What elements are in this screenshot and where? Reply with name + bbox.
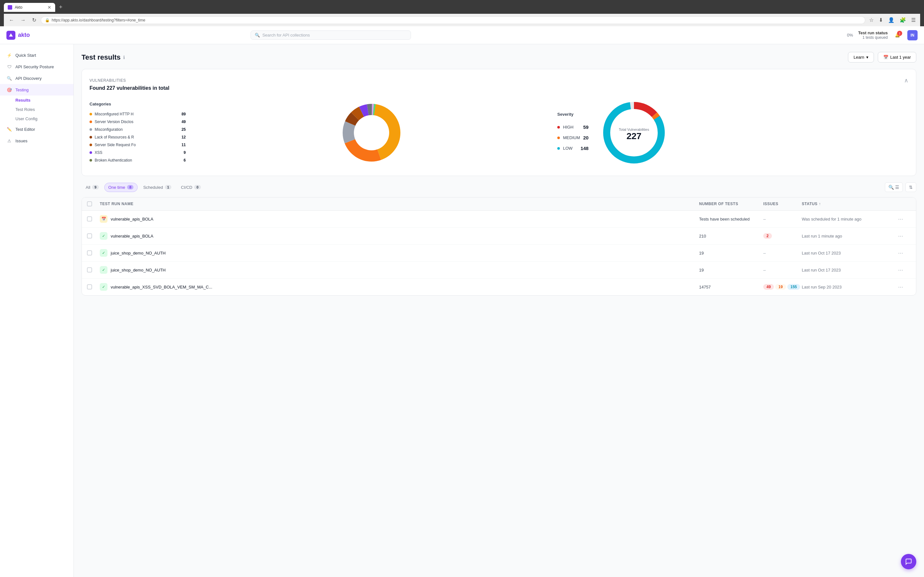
extensions-btn[interactable]: 🧩 (898, 16, 907, 24)
sidebar-item-test-editor[interactable]: ✏️ Test Editor (0, 123, 73, 135)
run-name-2: ✓ vulnerable_apis_BOLA (100, 232, 699, 240)
tab-one-time[interactable]: One time 8 (104, 183, 138, 192)
run-name-text-3: juice_shop_demo_NO_AUTH (111, 251, 166, 255)
category-dot (89, 136, 92, 139)
issue-dash-4: – (763, 268, 766, 272)
tab-favicon (8, 5, 12, 10)
sidebar-item-quick-start[interactable]: ⚡ Quick Start (0, 49, 73, 61)
row-menu-btn-1[interactable]: ⋯ (898, 216, 903, 222)
filter-tabs: All 9 One time 8 Scheduled 1 CI/CD 0 🔍 ☰… (81, 182, 916, 192)
issues-1: – (763, 216, 802, 221)
row-select-5[interactable] (87, 284, 92, 290)
top-bar: akto 🔍 Search for API collections 0% Tes… (0, 26, 924, 44)
sidebar-sub-item-user-config[interactable]: User Config (0, 114, 73, 123)
test-count-3: 19 (699, 251, 763, 255)
row-menu-btn-5[interactable]: ⋯ (898, 284, 903, 290)
learn-chevron-icon: ▾ (866, 55, 869, 60)
notification-btn[interactable]: 🔔 1 (893, 31, 902, 39)
category-item: Server Side Request Fo 11 (89, 141, 186, 149)
main-content: Test results ℹ Learn ▾ 📅 Last 1 year Vul… (74, 44, 924, 577)
select-all-checkbox[interactable] (87, 201, 92, 206)
forward-btn[interactable]: → (19, 16, 27, 24)
browser-tab-active[interactable]: Akto ✕ (4, 3, 55, 12)
sidebar-item-issues[interactable]: ⚠ Issues (0, 135, 73, 147)
severity-item: HIGH 59 (557, 122, 588, 132)
category-dot (89, 113, 92, 115)
table-row: ✓ juice_shop_demo_NO_AUTH 19 – Last run … (82, 245, 916, 261)
menu-btn[interactable]: ☰ (910, 16, 917, 24)
category-name: Broken Authentication (95, 158, 176, 163)
browser-tabs: Akto ✕ + (4, 3, 920, 12)
learn-btn[interactable]: Learn ▾ (848, 52, 874, 63)
sidebar-item-api-discovery[interactable]: 🔍 API Discovery (0, 73, 73, 84)
search-filter-btn[interactable]: 🔍 ☰ (885, 182, 903, 192)
sidebar-item-label: API Security Posture (15, 64, 54, 69)
category-count: 6 (178, 158, 186, 163)
header-actions: Learn ▾ 📅 Last 1 year (848, 52, 916, 63)
row-menu-btn-3[interactable]: ⋯ (898, 250, 903, 256)
tab-close-btn[interactable]: ✕ (47, 5, 51, 10)
date-range-btn[interactable]: 📅 Last 1 year (878, 52, 916, 63)
check-icon-4: ✓ (100, 266, 107, 274)
test-count-1: Tests have been scheduled (699, 217, 763, 221)
sidebar-item-api-security[interactable]: 🛡 API Security Posture (0, 61, 73, 73)
back-btn[interactable]: ← (7, 16, 16, 24)
category-count: 49 (178, 119, 186, 124)
bookmark-btn[interactable]: ☆ (868, 16, 875, 24)
run-name-3: ✓ juice_shop_demo_NO_AUTH (100, 249, 699, 257)
download-btn[interactable]: ⬇ (877, 16, 884, 24)
row-select-4[interactable] (87, 268, 92, 272)
row-select-3[interactable] (87, 250, 92, 255)
sort-btn[interactable]: ⇅ (905, 182, 916, 192)
testing-icon: 🎯 (6, 87, 12, 93)
profile-btn[interactable]: 👤 (887, 16, 896, 24)
status-4: Last run Oct 17 2023 (802, 268, 898, 272)
collapse-btn[interactable]: ∧ (904, 77, 908, 84)
status-3: Last run Oct 17 2023 (802, 251, 898, 255)
address-bar[interactable]: 🔒 https://app.akto.io/dashboard/testing?… (41, 16, 865, 24)
tab-all[interactable]: All 9 (81, 183, 103, 192)
row-select-2[interactable] (87, 234, 92, 239)
row-menu-3: ⋯ (898, 250, 911, 256)
run-name-text-5: vulnerable_apis_XSS_SVD_BOLA_VEM_SM_MA_C… (111, 285, 212, 290)
sidebar-item-testing[interactable]: 🎯 Testing (0, 84, 73, 95)
row-checkbox-5 (87, 284, 100, 290)
test-run-status: Test run status 1 tests queued (858, 31, 888, 40)
status-2: Last run 1 minute ago (802, 234, 898, 239)
tab-scheduled[interactable]: Scheduled 1 (139, 183, 176, 192)
test-run-title: Test run status (858, 31, 888, 35)
run-name-1: 📅 vulnerable_apis_BOLA (100, 215, 699, 223)
category-dot (89, 121, 92, 123)
progress-label: 0% (847, 33, 853, 37)
donut-chart (196, 101, 547, 165)
category-name: Server Version Disclos (95, 119, 176, 124)
category-item: Misconfiguration 25 (89, 126, 186, 133)
row-menu-btn-4[interactable]: ⋯ (898, 267, 903, 273)
status-1: Was scheduled for 1 minute ago (802, 217, 898, 221)
severity-dot (557, 126, 560, 129)
calendar-icon: 📅 (883, 55, 888, 60)
table-container: Test run name Number of tests Issues Sta… (81, 197, 916, 295)
tab-all-count: 9 (92, 185, 99, 189)
issue-dash-3: – (763, 250, 766, 255)
chat-bubble[interactable] (901, 554, 916, 569)
severity-section: Severity HIGH 59 MEDIUM 20 LOW 148 (557, 112, 588, 153)
table-row: 📅 vulnerable_apis_BOLA Tests have been s… (82, 211, 916, 227)
row-menu-1: ⋯ (898, 216, 911, 222)
tab-ci-cd[interactable]: CI/CD 0 (177, 183, 205, 192)
category-count: 25 (178, 127, 186, 132)
refresh-btn[interactable]: ↻ (30, 16, 38, 24)
new-tab-btn[interactable]: + (57, 3, 65, 12)
logo: akto (6, 31, 30, 40)
row-menu-5: ⋯ (898, 284, 911, 290)
severity-label: HIGH (563, 125, 580, 129)
row-select-1[interactable] (87, 216, 92, 221)
row-menu-btn-2[interactable]: ⋯ (898, 233, 903, 239)
sidebar-item-label: Issues (15, 139, 27, 143)
sidebar-sub-item-test-roles[interactable]: Test Roles (0, 105, 73, 114)
browser-nav: ← → ↻ 🔒 https://app.akto.io/dashboard/te… (4, 14, 920, 26)
sidebar-sub-item-results[interactable]: Results (0, 95, 73, 105)
search-bar[interactable]: 🔍 Search for API collections (250, 31, 411, 40)
test-run-subtitle: 1 tests queued (863, 35, 888, 40)
col-checkbox (87, 201, 100, 206)
